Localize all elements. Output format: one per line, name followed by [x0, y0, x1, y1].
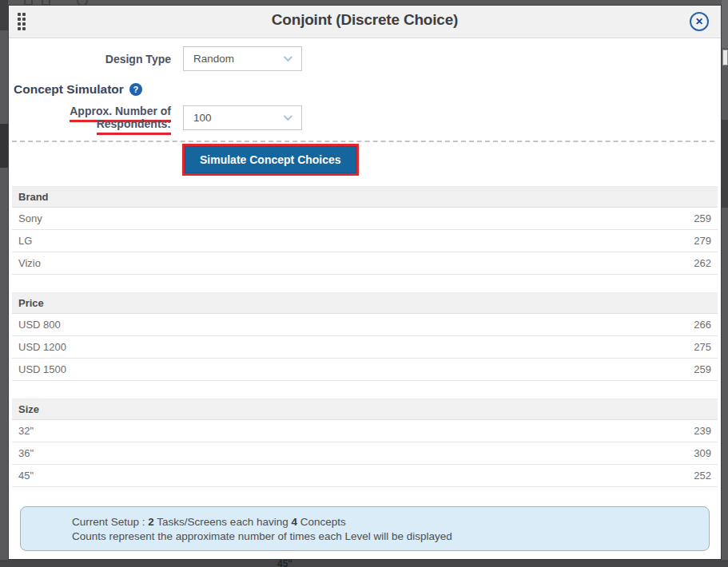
backdrop-patch: [0, 0, 8, 30]
level-count: 252: [694, 470, 711, 482]
level-name: USD 1200: [18, 341, 66, 353]
dashed-divider: [12, 141, 714, 142]
respondents-label: Approx. Number of Respondents:: [9, 105, 171, 130]
table-row: LG 279: [12, 230, 718, 252]
close-icon[interactable]: ✕: [690, 12, 709, 31]
level-name: 45": [18, 470, 34, 482]
table-row: USD 1200 275: [12, 336, 718, 359]
backdrop-patch: [0, 124, 8, 168]
level-name: Sony: [18, 212, 42, 224]
attribute-tables: Brand Sony 259 LG 279 Vizio 262 Price US…: [12, 186, 718, 505]
brand-table: Brand Sony 259 LG 279 Vizio 262: [12, 186, 718, 275]
size-table: Size 32" 239 36" 309 45" 252: [12, 398, 718, 487]
backdrop-patch: [0, 560, 728, 567]
table-header: Price: [12, 293, 718, 314]
simulate-button-wrap: Simulate Concept Choices: [185, 146, 356, 173]
table-row: USD 800 266: [12, 314, 718, 336]
design-type-select[interactable]: Random: [183, 46, 302, 71]
screen: { "modal": { "title": "Conjoint (Discret…: [0, 0, 728, 567]
chevron-down-icon: [284, 53, 292, 61]
level-count: 259: [694, 212, 711, 224]
table-row: 32" 239: [12, 420, 718, 442]
design-type-value: Random: [184, 53, 234, 65]
info-line-2: Counts represent the approximate number …: [72, 529, 693, 544]
level-name: LG: [18, 235, 32, 247]
table-row: 36" 309: [12, 442, 718, 465]
level-name: 32": [18, 425, 34, 437]
respondents-row: Approx. Number of Respondents: 100: [9, 105, 302, 130]
backdrop-patch: [722, 120, 728, 208]
level-name: Vizio: [18, 257, 41, 269]
concept-simulator-label: Concept Simulator: [14, 82, 124, 97]
conjoint-modal: Conjoint (Discrete Choice) ✕ Design Type…: [8, 5, 722, 560]
table-row: USD 1500 259: [12, 359, 718, 381]
info-line-1: Current Setup : 2 Tasks/Screens each hav…: [72, 515, 693, 529]
tasks-count: 2: [148, 516, 154, 528]
help-icon[interactable]: ?: [129, 83, 142, 96]
current-setup-info-box: Current Setup : 2 Tasks/Screens each hav…: [20, 506, 710, 551]
design-type-label: Design Type: [9, 53, 171, 65]
level-count: 239: [694, 425, 711, 437]
level-count: 309: [694, 447, 711, 459]
level-count: 266: [694, 319, 711, 331]
level-name: USD 1500: [18, 363, 66, 375]
level-count: 262: [694, 257, 711, 269]
backdrop-patch: [722, 50, 728, 65]
table-header: Brand: [12, 187, 718, 208]
concept-simulator-heading: Concept Simulator ?: [14, 82, 142, 97]
backdrop-patch: [722, 0, 728, 48]
level-name: USD 800: [18, 319, 61, 331]
table-header: Size: [12, 399, 718, 420]
level-name: 36": [18, 447, 34, 459]
table-row: Vizio 262: [12, 252, 718, 275]
level-count: 275: [694, 341, 711, 353]
level-count: 279: [694, 235, 711, 247]
modal-header: Conjoint (Discrete Choice) ✕: [9, 6, 721, 38]
respondents-select[interactable]: 100: [183, 105, 302, 130]
level-count: 259: [694, 363, 711, 375]
table-row: Sony 259: [12, 208, 718, 230]
chevron-down-icon: [284, 111, 292, 120]
modal-title: Conjoint (Discrete Choice): [9, 11, 721, 29]
table-row: 45" 252: [12, 465, 718, 487]
respondents-value: 100: [184, 112, 212, 124]
concepts-count: 4: [291, 516, 297, 528]
simulate-concept-choices-button[interactable]: Simulate Concept Choices: [185, 146, 356, 173]
design-type-row: Design Type Random: [9, 46, 302, 71]
price-table: Price USD 800 266 USD 1200 275 USD 1500 …: [12, 292, 718, 381]
